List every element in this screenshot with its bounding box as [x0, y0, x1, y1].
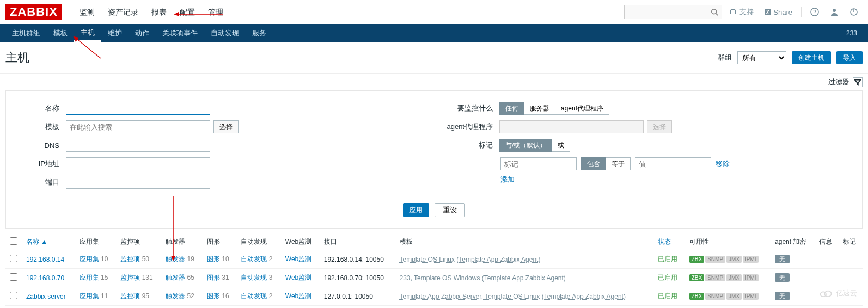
ip-input[interactable]: [66, 157, 210, 170]
tag-remove-link[interactable]: 移除: [716, 159, 730, 169]
triggers-link[interactable]: 触发器: [166, 274, 185, 281]
monitor-server[interactable]: 服务器: [524, 102, 555, 115]
host-name-link[interactable]: 192.168.0.70: [26, 274, 64, 282]
filter-toggle[interactable]: 过滤器: [828, 77, 863, 87]
col-items: 监控项: [116, 234, 161, 250]
subnav-actions[interactable]: 动作: [129, 24, 156, 42]
group-select[interactable]: 所有: [737, 51, 786, 64]
template-input[interactable]: [66, 120, 210, 133]
col-name[interactable]: 名称 ▲: [22, 234, 75, 250]
ipmi-badge: IPMI: [743, 274, 759, 281]
discovery-link[interactable]: 自动发现: [241, 274, 267, 281]
port-input[interactable]: [66, 176, 210, 189]
filter-col-right: 要监控什么 任何 服务器 agent代理程序 agent代理程序 选择 标记 与…: [445, 102, 851, 194]
triggers-link[interactable]: 触发器: [166, 292, 185, 300]
row-checkbox[interactable]: [10, 292, 17, 299]
nav-monitoring[interactable]: 监测: [73, 0, 101, 24]
zbx-badge: ZBX: [689, 293, 704, 300]
web-link[interactable]: Web监测: [285, 274, 311, 281]
apply-button[interactable]: 应用: [403, 203, 429, 217]
col-status[interactable]: 状态: [653, 234, 684, 250]
triggers-link[interactable]: 触发器: [166, 255, 185, 263]
apps-link[interactable]: 应用集: [80, 255, 99, 263]
tag-name-input[interactable]: [500, 157, 577, 170]
headset-icon: [729, 8, 737, 16]
discovery-link[interactable]: 自动发现: [241, 255, 267, 263]
host-name-link[interactable]: 192.168.0.14: [26, 256, 64, 263]
subnav-hosts[interactable]: 主机: [74, 24, 101, 42]
template-label: 模板: [17, 122, 66, 132]
port-label: 端口: [17, 177, 66, 187]
subnav-hostgroups[interactable]: 主机群组: [5, 24, 47, 42]
templates-cell[interactable]: 233, Template OS Windows (Template App Z…: [400, 274, 566, 282]
interface-cell: 192.168.0.14: 10050: [320, 250, 395, 269]
graphs-link[interactable]: 图形: [207, 274, 220, 281]
snmp-badge: SNMP: [705, 274, 725, 281]
share-link[interactable]: Z Share: [760, 8, 797, 16]
user-link[interactable]: [826, 8, 843, 16]
templates-cell[interactable]: Template OS Linux (Template App Zabbix A…: [400, 256, 541, 263]
user-icon: [830, 8, 839, 16]
logout-link[interactable]: [845, 8, 863, 16]
search-icon: [711, 8, 718, 16]
import-button[interactable]: 导入: [836, 51, 863, 64]
row-checkbox[interactable]: [10, 255, 17, 262]
filter-toggle-label: 过滤器: [828, 77, 849, 87]
col-encryption: agent 加密: [771, 234, 815, 250]
global-search[interactable]: [624, 5, 722, 19]
col-discovery: 自动发现: [236, 234, 281, 250]
subnav-maintenance[interactable]: 维护: [101, 24, 129, 42]
apps-link[interactable]: 应用集: [80, 292, 99, 300]
nav-inventory[interactable]: 资产记录: [101, 0, 145, 24]
tag-mode-andor[interactable]: 与/或（默认）: [499, 139, 552, 152]
subnav-services[interactable]: 服务: [246, 24, 273, 42]
graphs-link[interactable]: 图形: [207, 292, 220, 300]
discovery-link[interactable]: 自动发现: [241, 292, 267, 300]
graphs-link[interactable]: 图形: [207, 255, 220, 263]
items-link[interactable]: 监控项: [120, 274, 140, 281]
subnav-correlation[interactable]: 关联项事件: [156, 24, 204, 42]
web-link[interactable]: Web监测: [285, 292, 311, 300]
name-input[interactable]: [66, 102, 210, 115]
status-link[interactable]: 已启用: [658, 255, 677, 263]
top-header: ZABBIX 监测 资产记录 报表 配置 管理 支持 Z Share ?: [0, 0, 868, 24]
monitor-proxy[interactable]: agent代理程序: [555, 102, 609, 115]
monitor-any[interactable]: 任何: [499, 102, 524, 115]
subnav-templates[interactable]: 模板: [47, 24, 74, 42]
tag-add-row: 添加: [500, 175, 851, 184]
monitor-options: 任何 服务器 agent代理程序: [499, 102, 609, 115]
template-select-button[interactable]: 选择: [213, 120, 239, 133]
snmp-badge: SNMP: [705, 256, 725, 263]
question-icon: ?: [810, 8, 819, 16]
nav-administration[interactable]: 管理: [201, 0, 230, 24]
create-host-button[interactable]: 创建主机: [792, 51, 831, 64]
snmp-badge: SNMP: [705, 293, 725, 300]
nav-configuration[interactable]: 配置: [173, 0, 201, 24]
tag-op-equals[interactable]: 等于: [606, 157, 631, 170]
tag-value-input[interactable]: [635, 157, 711, 170]
svg-point-0: [711, 9, 716, 14]
cloud-icon: [818, 289, 834, 298]
items-link[interactable]: 监控项: [120, 255, 140, 263]
subnav-discovery[interactable]: 自动发现: [204, 24, 246, 42]
tag-add-link[interactable]: 添加: [500, 175, 515, 184]
select-all-checkbox[interactable]: [10, 237, 17, 245]
reset-button[interactable]: 重设: [435, 203, 465, 217]
tag-mode-or[interactable]: 或: [552, 139, 570, 152]
help-link[interactable]: ?: [806, 8, 823, 16]
status-link[interactable]: 已启用: [658, 274, 677, 281]
dns-input[interactable]: [66, 139, 210, 152]
templates-cell[interactable]: Template App Zabbix Server, Template OS …: [400, 293, 626, 300]
items-link[interactable]: 监控项: [120, 292, 140, 300]
support-link[interactable]: 支持: [724, 7, 758, 17]
status-link[interactable]: 已启用: [658, 292, 677, 300]
web-link[interactable]: Web监测: [285, 255, 311, 263]
interface-cell: 127.0.0.1: 10050: [320, 287, 395, 306]
logo[interactable]: ZABBIX: [5, 4, 62, 20]
tag-op-contains[interactable]: 包含: [581, 157, 606, 170]
proxy-label: agent代理程序: [445, 122, 499, 132]
row-checkbox[interactable]: [10, 273, 17, 281]
host-name-link[interactable]: Zabbix server: [26, 293, 66, 300]
nav-reports[interactable]: 报表: [145, 0, 173, 24]
apps-link[interactable]: 应用集: [80, 274, 99, 281]
